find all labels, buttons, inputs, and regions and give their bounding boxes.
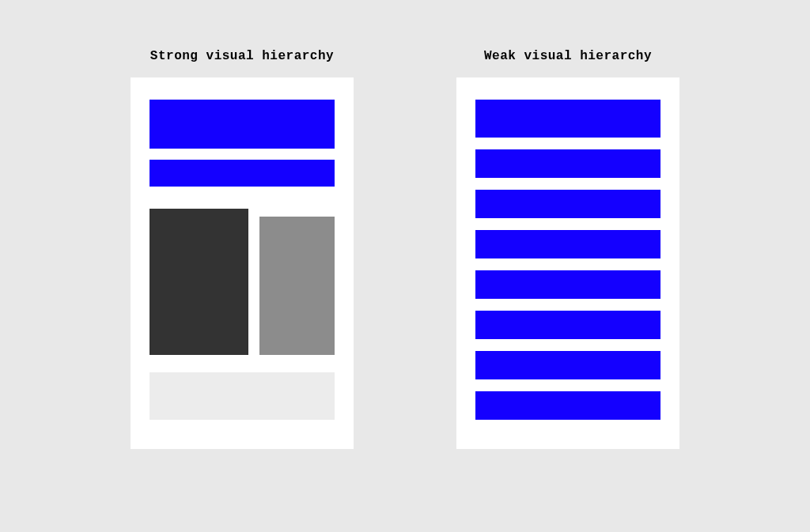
weak-row-7 (475, 351, 660, 379)
header-large-block (150, 100, 335, 149)
content-primary-block (150, 209, 248, 355)
weak-row-2 (475, 149, 660, 178)
diagram-container: Strong visual hierarchy Weak visual hier… (131, 49, 679, 449)
weak-row-6 (475, 311, 660, 339)
weak-row-4 (475, 230, 660, 258)
weak-row-3 (475, 190, 660, 218)
subheader-block (150, 160, 335, 187)
weak-hierarchy-title: Weak visual hierarchy (484, 49, 652, 63)
content-secondary-block (259, 217, 335, 355)
weak-hierarchy-panel (456, 77, 679, 449)
weak-row-1 (475, 100, 660, 138)
weak-row-5 (475, 270, 660, 299)
strong-hierarchy-title: Strong visual hierarchy (150, 49, 334, 63)
content-row (150, 209, 335, 355)
content-tertiary-block (150, 372, 335, 420)
strong-hierarchy-section: Strong visual hierarchy (131, 49, 354, 449)
weak-hierarchy-section: Weak visual hierarchy (456, 49, 679, 449)
weak-row-8 (475, 391, 660, 420)
strong-hierarchy-panel (131, 77, 354, 449)
